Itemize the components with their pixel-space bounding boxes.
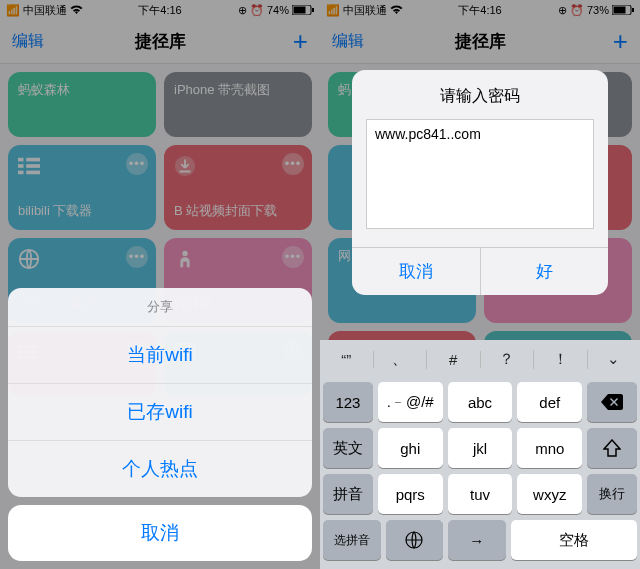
key-pqrs[interactable]: pqrs <box>378 474 443 514</box>
sheet-option-current-wifi[interactable]: 当前wifi <box>8 327 312 384</box>
suggestion[interactable]: 、 <box>374 350 428 369</box>
key-arrow[interactable]: → <box>448 520 506 560</box>
key-backspace[interactable] <box>587 382 637 422</box>
suggestion[interactable]: ⌄ <box>588 350 641 368</box>
key-def[interactable]: def <box>517 382 582 422</box>
key-pinyin[interactable]: 拼音 <box>323 474 373 514</box>
alert-title: 请输入密码 <box>352 70 608 119</box>
phone-right: 📶 中国联通 下午4:16 ⊕ ⏰ 73% 编辑 捷径库 + 蚂 网 <box>320 0 640 569</box>
sheet-option-hotspot[interactable]: 个人热点 <box>8 441 312 497</box>
sheet-cancel-button[interactable]: 取消 <box>8 505 312 561</box>
password-alert: 请输入密码 取消 好 <box>352 70 608 295</box>
key-jkl[interactable]: jkl <box>448 428 513 468</box>
key-abc[interactable]: abc <box>448 382 513 422</box>
alert-ok-button[interactable]: 好 <box>481 248 609 295</box>
backspace-icon <box>601 394 623 410</box>
key-123[interactable]: 123 <box>323 382 373 422</box>
key-return[interactable]: 换行 <box>587 474 637 514</box>
suggestion[interactable]: “” <box>320 351 374 368</box>
globe-icon <box>405 531 423 549</box>
suggestion[interactable]: ？ <box>481 350 535 369</box>
key-ghi[interactable]: ghi <box>378 428 443 468</box>
key-symbols[interactable]: .﹣@/# <box>378 382 443 422</box>
phone-left: 📶 中国联通 下午4:16 ⊕ ⏰ 74% 编辑 捷径库 + 蚂蚁森林 iPho… <box>0 0 320 569</box>
key-wxyz[interactable]: wxyz <box>517 474 582 514</box>
suggestion[interactable]: ！ <box>534 350 588 369</box>
password-input[interactable] <box>366 119 594 229</box>
key-select-pinyin[interactable]: 选拼音 <box>323 520 381 560</box>
key-tuv[interactable]: tuv <box>448 474 513 514</box>
suggestion-bar: “” 、 # ？ ！ ⌄ <box>320 340 640 378</box>
key-mno[interactable]: mno <box>517 428 582 468</box>
key-space[interactable]: 空格 <box>511 520 638 560</box>
key-globe[interactable] <box>386 520 444 560</box>
shift-icon <box>603 439 621 457</box>
key-english[interactable]: 英文 <box>323 428 373 468</box>
key-shift[interactable] <box>587 428 637 468</box>
sheet-option-saved-wifi[interactable]: 已存wifi <box>8 384 312 441</box>
action-sheet: 分享 当前wifi 已存wifi 个人热点 取消 <box>8 288 312 561</box>
alert-cancel-button[interactable]: 取消 <box>352 248 481 295</box>
sheet-title: 分享 <box>8 288 312 327</box>
suggestion[interactable]: # <box>427 351 481 368</box>
keyboard: “” 、 # ？ ！ ⌄ 123 .﹣@/# abc def 英文 ghi jk… <box>320 340 640 569</box>
